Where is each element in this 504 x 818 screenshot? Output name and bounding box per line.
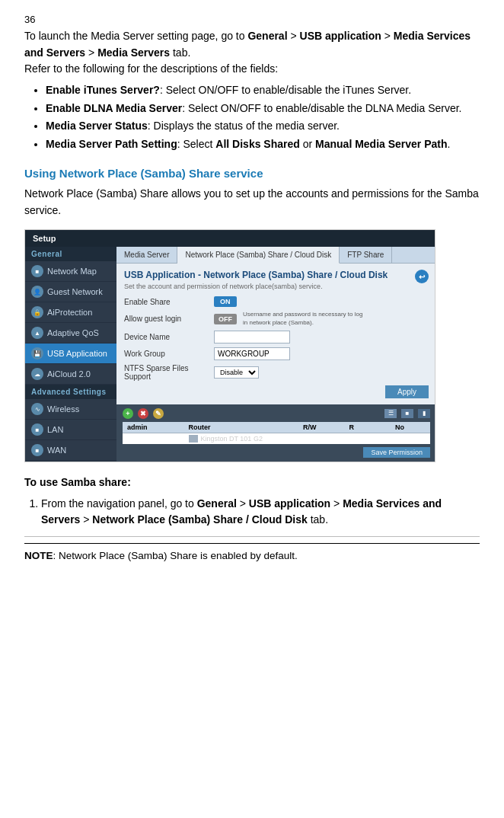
numbered-steps-list: From the navigation panel, go to General… [41,496,480,529]
add-permission-btn[interactable]: + [123,408,133,419]
usb-application-icon: 💾 [31,347,43,359]
label-device-name: Device Name [124,333,208,341]
sidebar-item-wan[interactable]: ■ WAN [25,440,116,461]
note-label: NOTE [24,550,53,561]
label-work-group: Work Group [124,350,208,358]
sidebar-label: Network Map [47,267,97,276]
lan-icon: ■ [31,423,43,436]
col-user: admin [127,423,173,431]
to-use-heading: To use Samba share: [24,475,480,491]
router-ui: Setup General ■ Network Map 👤 Guest Netw… [25,230,435,462]
router-tabs: Media Server Network Place (Samba) Share… [116,247,435,264]
adaptive-qos-icon: ▲ [31,327,43,339]
permission-section: + ✖ ✎ ☰ ■ ▮ admin Router R/W R No [116,404,435,462]
router-top-bar: Setup [25,230,435,247]
wireless-icon: ∿ [31,403,43,415]
label-ntfs-sparse: NTFS Sparse Files Support [124,364,208,381]
router-sidebar: General ■ Network Map 👤 Guest Network 🔒 … [25,247,116,462]
permission-controls: + ✖ ✎ ☰ ■ ▮ [123,408,430,419]
label-allow-guest-login: Allow guest login [124,315,208,323]
label-enable-share: Enable Share [124,298,208,306]
router-content-area: USB Application - Network Place (Samba) … [116,264,435,404]
router-top-label: Setup [33,234,56,243]
sidebar-label: Wireless [47,404,79,414]
apply-button[interactable]: Apply [385,385,429,398]
sidebar-label: Guest Network [47,287,103,296]
router-main-content: Media Server Network Place (Samba) Share… [116,247,435,462]
input-work-group[interactable] [214,347,290,360]
view-icon2: ■ [401,409,413,418]
intro-paragraph: To launch the Media Server setting page,… [24,28,480,78]
sidebar-label: WAN [47,446,66,455]
remove-permission-btn[interactable]: ✖ [138,408,148,419]
content-title: USB Application - Network Place (Samba) … [124,270,388,280]
toggle-enable-share[interactable]: ON [214,296,237,307]
network-map-icon: ■ [31,265,43,277]
sidebar-item-guest-network[interactable]: 👤 Guest Network [25,282,116,302]
sidebar-label: USB Application [47,349,107,358]
perm-r [349,435,380,443]
perm-user [127,435,173,443]
page-number: 36 [24,14,480,25]
list-item: Media Server Path Setting: Select All Di… [46,136,480,153]
note-box: NOTE: Network Place (Samba) Share is ena… [24,543,480,564]
sidebar-label: LAN [47,425,63,434]
list-item: Enable DLNA Media Server: Select ON/OFF … [46,101,480,117]
list-item: Enable iTunes Server?: Select ON/OFF to … [46,82,480,99]
note-divider [24,536,480,537]
wan-icon: ■ [31,444,43,456]
sidebar-section-general: General [25,247,116,261]
tab-ftp-share[interactable]: FTP Share [340,247,392,263]
aiprotection-icon: 🔒 [31,306,43,318]
note-guest-login: Username and password is necessary to lo… [243,311,365,327]
view-icon1: ☰ [384,409,397,418]
form-row-enable-share: Enable Share ON [124,296,429,307]
guest-network-icon: 👤 [31,286,43,298]
perm-folder: Kingston DT 101 G2 [189,435,288,443]
col-r: R [349,423,380,431]
field-descriptions-list: Enable iTunes Server?: Select ON/OFF to … [46,82,480,153]
step-1: From the navigation panel, go to General… [41,496,480,529]
sidebar-section-advanced: Advanced Settings [25,385,116,399]
router-screenshot: Setup General ■ Network Map 👤 Guest Netw… [24,229,435,462]
form-row-guest-login: Allow guest login OFF Username and passw… [124,311,429,327]
col-no: No [395,423,426,431]
select-ntfs-sparse[interactable]: Disable Enable [214,366,259,379]
col-router: Router [189,423,288,431]
sidebar-item-network-map[interactable]: ■ Network Map [25,261,116,282]
perm-rw [303,435,333,443]
edit-permission-btn[interactable]: ✎ [153,408,164,419]
tab-network-place[interactable]: Network Place (Samba) Share / Cloud Disk [177,247,340,264]
sidebar-item-aicloud[interactable]: ☁ AiCloud 2.0 [25,364,116,385]
section-heading-samba: Using Network Place (Samba) Share servic… [24,167,480,180]
sidebar-label: Adaptive QoS [47,328,99,337]
input-device-name[interactable] [214,331,290,343]
sidebar-item-lan[interactable]: ■ LAN [25,420,116,440]
tab-media-server[interactable]: Media Server [116,247,177,263]
sidebar-label: AiCloud 2.0 [47,369,91,379]
sidebar-label: AiProtection [47,308,92,317]
list-item: Media Server Status: Displays the status… [46,118,480,135]
sidebar-item-usb-application[interactable]: 💾 USB Application [25,343,116,364]
col-rw: R/W [303,423,333,431]
sidebar-item-aiprotection[interactable]: 🔒 AiProtection [25,302,116,323]
toggle-guest-login[interactable]: OFF [214,314,237,324]
permission-table-header: admin Router R/W R No [123,422,430,433]
note-text: : Network Place (Samba) Share is enabled… [53,550,298,561]
sidebar-item-adaptive-qos[interactable]: ▲ Adaptive QoS [25,323,116,343]
content-subtitle: Set the account and permission of networ… [124,283,388,290]
sidebar-item-wireless[interactable]: ∿ Wireless [25,399,116,420]
permission-table-row: Kingston DT 101 G2 [123,433,430,444]
view-icon3: ▮ [418,409,430,418]
folder-icon [189,435,198,443]
back-icon[interactable]: ↩ [415,270,429,283]
aicloud-icon: ☁ [31,368,43,380]
section-body-samba: Network Place (Samba) Share allows you t… [24,186,480,219]
form-row-device-name: Device Name [124,331,429,343]
form-row-ntfs: NTFS Sparse Files Support Disable Enable [124,364,429,381]
perm-no [395,435,426,443]
save-permission-button[interactable]: Save Permission [363,447,430,458]
form-row-work-group: Work Group [124,347,429,360]
